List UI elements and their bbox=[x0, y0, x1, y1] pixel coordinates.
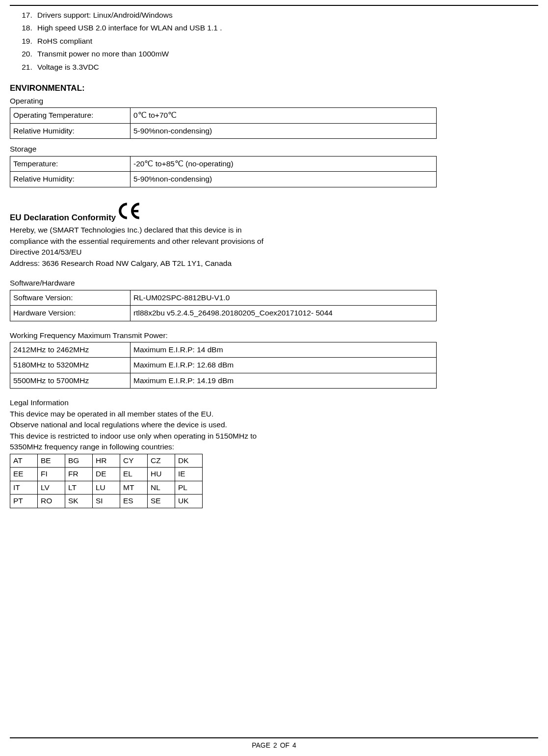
countries-table: ATBEBGHRCYCZDKEEFIFRDEELHUIEITLVLTLUMTNL… bbox=[10, 454, 203, 508]
country-cell: NL bbox=[148, 481, 175, 494]
country-cell: HU bbox=[148, 468, 175, 481]
feature-list-item: RoHS compliant bbox=[34, 35, 538, 48]
feature-list: Drivers support: Linux/Android/WindowsHi… bbox=[10, 9, 538, 74]
table-row: ATBEBGHRCYCZDK bbox=[10, 454, 203, 467]
text-line: Hereby, we (SMART Technologies Inc.) dec… bbox=[10, 225, 538, 235]
table-key: Temperature: bbox=[10, 156, 130, 171]
country-cell: EE bbox=[10, 468, 38, 481]
country-cell: IE bbox=[175, 468, 203, 481]
table-value: Maximum E.I.R.P: 14 dBm bbox=[130, 342, 437, 358]
feature-list-item: Voltage is 3.3VDC bbox=[34, 61, 538, 74]
text-line: Address: 3636 Research Road NW Calgary, … bbox=[10, 258, 538, 269]
text-line: compliance with the essential requiremen… bbox=[10, 236, 538, 247]
country-cell: AT bbox=[10, 454, 38, 467]
eu-heading: EU Declaration Conformity bbox=[10, 212, 116, 224]
table-row: Operating Temperature:0℃ to+70℃ bbox=[10, 108, 437, 123]
table-row: 2412MHz to 2462MHzMaximum E.I.R.P: 14 dB… bbox=[10, 342, 437, 358]
table-key: Operating Temperature: bbox=[10, 108, 130, 123]
page-footer: PAGE 2 OF 4 bbox=[0, 740, 548, 750]
table-row: 5180MHz to 5320MHzMaximum E.I.R.P: 12.68… bbox=[10, 358, 437, 373]
table-row: Hardware Version:rtl88x2bu v5.2.4.5_2649… bbox=[10, 306, 437, 321]
table-key: Relative Humidity: bbox=[10, 172, 130, 187]
country-cell: ES bbox=[120, 495, 148, 508]
feature-list-item: Transmit power no more than 1000mW bbox=[34, 48, 538, 60]
legal-paragraph: This device may be operated in all membe… bbox=[10, 409, 538, 453]
country-cell: LT bbox=[65, 481, 93, 494]
table-row: Relative Humidity:5-90%non-condensing) bbox=[10, 123, 437, 138]
text-line: This device may be operated in all membe… bbox=[10, 409, 538, 419]
software-hardware-table: Software Version:RL-UM02SPC-8812BU-V1.0H… bbox=[10, 290, 437, 321]
table-key: Relative Humidity: bbox=[10, 123, 130, 138]
country-cell: FI bbox=[38, 468, 65, 481]
top-rule bbox=[10, 5, 538, 6]
table-value: RL-UM02SPC-8812BU-V1.0 bbox=[130, 290, 437, 305]
country-cell: SI bbox=[93, 495, 120, 508]
country-cell: LV bbox=[38, 481, 65, 494]
country-cell: UK bbox=[175, 495, 203, 508]
text-line: Directive 2014/53/EU bbox=[10, 247, 538, 258]
country-cell: FR bbox=[65, 468, 93, 481]
table-row: ITLVLTLUMTNLPL bbox=[10, 481, 203, 494]
country-cell: DE bbox=[93, 468, 120, 481]
country-cell: BG bbox=[65, 454, 93, 467]
country-cell: IT bbox=[10, 481, 38, 494]
frequency-label: Working Frequency Maximum Transmit Power… bbox=[10, 330, 538, 341]
country-cell: HR bbox=[93, 454, 120, 467]
country-cell: BE bbox=[38, 454, 65, 467]
country-cell: LU bbox=[93, 481, 120, 494]
table-value: rtl88x2bu v5.2.4.5_26498.20180205_Coex20… bbox=[130, 306, 437, 321]
text-line: 5350MHz frequency range in following cou… bbox=[10, 442, 538, 452]
eu-paragraph: Hereby, we (SMART Technologies Inc.) dec… bbox=[10, 225, 538, 269]
country-cell: PL bbox=[175, 481, 203, 494]
table-row: 5500MHz to 5700MHzMaximum E.I.R.P: 14.19… bbox=[10, 373, 437, 388]
country-cell: CZ bbox=[148, 454, 175, 467]
table-value: 5-90%non-condensing) bbox=[130, 172, 437, 187]
software-hardware-label: Software/Hardware bbox=[10, 278, 538, 288]
legal-heading: Legal Information bbox=[10, 397, 538, 408]
country-cell: DK bbox=[175, 454, 203, 467]
country-cell: EL bbox=[120, 468, 148, 481]
country-cell: RO bbox=[38, 495, 65, 508]
country-cell: CY bbox=[120, 454, 148, 467]
table-value: Maximum E.I.R.P: 14.19 dBm bbox=[130, 373, 437, 388]
table-value: -20℃ to+85℃ (no-operating) bbox=[130, 156, 437, 171]
frequency-table: 2412MHz to 2462MHzMaximum E.I.R.P: 14 dB… bbox=[10, 342, 437, 389]
table-row: Temperature:-20℃ to+85℃ (no-operating) bbox=[10, 156, 437, 171]
table-key: Software Version: bbox=[10, 290, 130, 305]
table-key: Hardware Version: bbox=[10, 306, 130, 321]
storage-table: Temperature:-20℃ to+85℃ (no-operating)Re… bbox=[10, 156, 437, 187]
feature-list-item: Drivers support: Linux/Android/Windows bbox=[34, 9, 538, 22]
eu-heading-row: EU Declaration Conformity bbox=[10, 201, 538, 224]
table-key: 2412MHz to 2462MHz bbox=[10, 342, 130, 358]
text-line: Observe national and local regulations w… bbox=[10, 419, 538, 430]
table-row: EEFIFRDEELHUIE bbox=[10, 468, 203, 481]
table-row: Software Version:RL-UM02SPC-8812BU-V1.0 bbox=[10, 290, 437, 305]
environmental-heading: ENVIRONMENTAL: bbox=[10, 82, 538, 95]
table-key: 5500MHz to 5700MHz bbox=[10, 373, 130, 388]
table-row: Relative Humidity:5-90%non-condensing) bbox=[10, 172, 437, 187]
country-cell: SK bbox=[65, 495, 93, 508]
feature-list-item: High speed USB 2.0 interface for WLAN an… bbox=[34, 22, 538, 34]
table-row: PTROSKSIESSEUK bbox=[10, 495, 203, 508]
country-cell: SE bbox=[148, 495, 175, 508]
country-cell: PT bbox=[10, 495, 38, 508]
table-value: 0℃ to+70℃ bbox=[130, 108, 437, 123]
table-value: Maximum E.I.R.P: 12.68 dBm bbox=[130, 358, 437, 373]
ce-mark-icon bbox=[117, 201, 142, 224]
operating-table: Operating Temperature:0℃ to+70℃Relative … bbox=[10, 107, 437, 139]
footer-rule bbox=[10, 737, 538, 738]
table-key: 5180MHz to 5320MHz bbox=[10, 358, 130, 373]
svg-rect-0 bbox=[133, 210, 138, 212]
country-cell: MT bbox=[120, 481, 148, 494]
table-value: 5-90%non-condensing) bbox=[130, 123, 437, 138]
text-line: This device is restricted to indoor use … bbox=[10, 431, 538, 442]
operating-label: Operating bbox=[10, 96, 538, 106]
storage-label: Storage bbox=[10, 144, 538, 155]
